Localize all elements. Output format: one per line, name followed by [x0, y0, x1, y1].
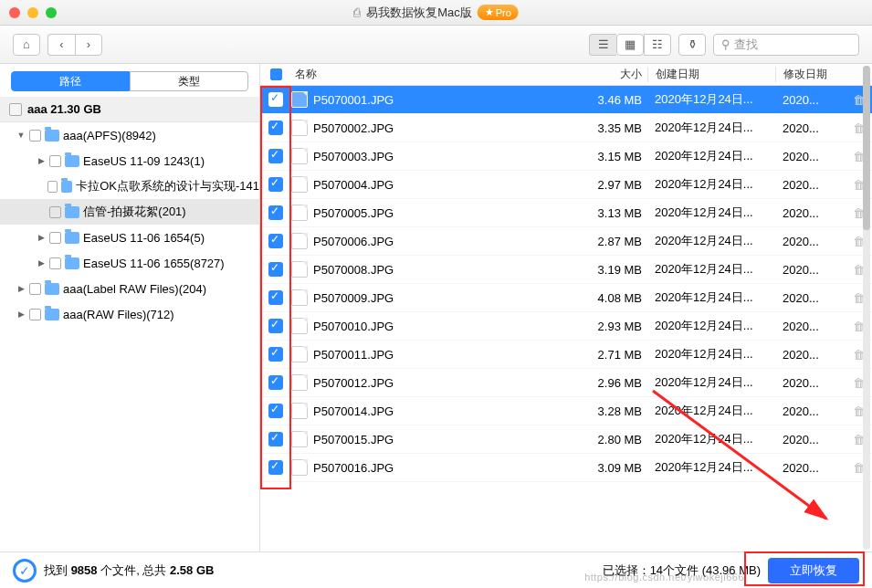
tree-item[interactable]: ▼ aaa(APFS)(8942): [0, 122, 259, 148]
toolbar: ⌂ ‹ › ☰ ▦ ☷ ⚱ ⚲ 查找: [0, 26, 872, 64]
file-icon: [291, 459, 308, 476]
file-checkbox[interactable]: [268, 290, 283, 305]
file-size: 3.09 MB: [579, 461, 647, 475]
tree-checkbox[interactable]: [49, 155, 61, 167]
header-created[interactable]: 创建日期: [647, 67, 775, 82]
file-row[interactable]: P5070006.JPG 2.87 MB 2020年12月24日... 2020…: [260, 227, 872, 256]
recover-button[interactable]: 立即恢复: [768, 558, 859, 583]
file-icon: [291, 431, 308, 447]
disclosure-icon[interactable]: ▶: [16, 284, 26, 293]
tree-checkbox[interactable]: [29, 283, 41, 295]
folder-icon: [65, 155, 79, 167]
file-icon: [291, 261, 308, 278]
tree-item[interactable]: 卡拉OK点歌系统的设计与实现-141: [0, 173, 259, 199]
file-row[interactable]: P5070009.JPG 4.08 MB 2020年12月24日... 2020…: [260, 284, 872, 312]
tree-item[interactable]: ▶ EaseUS 11-06 1654(5): [0, 225, 259, 250]
file-created: 2020年12月24日...: [647, 205, 775, 221]
file-checkbox[interactable]: [268, 432, 283, 446]
scrollbar-thumb[interactable]: [863, 66, 870, 230]
file-checkbox[interactable]: [268, 177, 283, 192]
sidebar: 路径 类型 aaa 21.30 GB ▼ aaa(APFS)(8942)▶ Ea…: [0, 64, 260, 551]
home-button[interactable]: ⌂: [13, 34, 40, 56]
tab-path[interactable]: 路径: [11, 71, 130, 91]
file-checkbox[interactable]: [268, 319, 283, 333]
tree-checkbox[interactable]: [47, 181, 58, 193]
file-checkbox[interactable]: [268, 404, 283, 418]
file-checkbox[interactable]: [268, 347, 283, 362]
watermark: https://blog.csdn.net/yiwokeji666: [584, 572, 744, 583]
file-row[interactable]: P5070003.JPG 3.15 MB 2020年12月24日... 2020…: [260, 142, 872, 171]
tree-item[interactable]: ▶ EaseUS 11-09 1243(1): [0, 148, 259, 173]
disclosure-icon[interactable]: ▶: [37, 156, 46, 165]
tree-item[interactable]: ▶ aaa(Label RAW Files)(204): [0, 276, 259, 301]
list-view-button[interactable]: ☰: [589, 34, 616, 56]
file-checkbox[interactable]: [268, 121, 283, 135]
tree-checkbox[interactable]: [29, 130, 41, 142]
file-modified: 2020...: [775, 235, 845, 248]
header-checkbox[interactable]: [260, 68, 291, 80]
header-name[interactable]: 名称: [291, 67, 579, 82]
folder-tree: ▼ aaa(APFS)(8942)▶ EaseUS 11-09 1243(1) …: [0, 122, 259, 327]
window-title: ⎙ 易我数据恢复Mac版 ★ Pro: [353, 5, 519, 21]
file-modified: 2020...: [775, 376, 845, 390]
file-checkbox[interactable]: [268, 375, 283, 390]
header-modified[interactable]: 修改日期: [775, 67, 845, 82]
file-modified: 2020...: [775, 320, 845, 333]
column-view-button[interactable]: ☷: [644, 34, 671, 56]
tab-type[interactable]: 类型: [130, 71, 248, 91]
maximize-button[interactable]: [46, 7, 57, 18]
file-row[interactable]: P5070004.JPG 2.97 MB 2020年12月24日... 2020…: [260, 171, 872, 199]
file-checkbox[interactable]: [268, 205, 283, 220]
file-row[interactable]: P5070001.JPG 3.46 MB 2020年12月24日... 2020…: [260, 86, 872, 114]
search-input[interactable]: ⚲ 查找: [713, 34, 859, 56]
file-size: 2.96 MB: [579, 376, 647, 390]
file-list[interactable]: P5070001.JPG 3.46 MB 2020年12月24日... 2020…: [260, 86, 872, 551]
minimize-button[interactable]: [27, 7, 38, 18]
disclosure-icon[interactable]: ▶: [37, 258, 46, 268]
tree-checkbox[interactable]: [29, 309, 41, 320]
forward-button[interactable]: ›: [75, 34, 102, 56]
tree-item[interactable]: ▶ aaa(RAW Files)(712): [0, 301, 259, 327]
filter-button[interactable]: ⚱: [678, 34, 706, 56]
disclosure-icon[interactable]: ▶: [37, 233, 46, 242]
file-checkbox[interactable]: [268, 262, 283, 277]
file-row[interactable]: P5070010.JPG 2.93 MB 2020年12月24日... 2020…: [260, 312, 872, 341]
tree-item[interactable]: ▶ EaseUS 11-06 1655(8727): [0, 250, 259, 276]
file-row[interactable]: P5070008.JPG 3.19 MB 2020年12月24日... 2020…: [260, 256, 872, 284]
folder-icon: [65, 232, 79, 244]
file-checkbox[interactable]: [268, 92, 283, 107]
back-button[interactable]: ‹: [47, 34, 75, 56]
file-checkbox[interactable]: [268, 149, 283, 163]
grid-view-button[interactable]: ▦: [616, 34, 644, 56]
tree-checkbox[interactable]: [49, 257, 61, 269]
file-name: P5070011.JPG: [313, 348, 394, 362]
disclosure-icon[interactable]: ▶: [16, 310, 26, 319]
tree-checkbox[interactable]: [49, 232, 61, 244]
file-row[interactable]: P5070014.JPG 3.28 MB 2020年12月24日... 2020…: [260, 397, 872, 425]
file-size: 3.19 MB: [579, 263, 647, 277]
file-row[interactable]: P5070012.JPG 2.96 MB 2020年12月24日... 2020…: [260, 369, 872, 397]
file-icon: [291, 346, 308, 362]
file-checkbox[interactable]: [268, 234, 283, 248]
file-row[interactable]: P5070016.JPG 3.09 MB 2020年12月24日... 2020…: [260, 454, 872, 482]
file-checkbox[interactable]: [268, 460, 283, 475]
tree-item[interactable]: 信管-拍摄花絮(201): [0, 199, 259, 225]
close-button[interactable]: [9, 7, 20, 18]
view-group: ☰ ▦ ☷: [589, 34, 671, 56]
tree-label: aaa(Label RAW Files)(204): [63, 282, 206, 296]
file-created: 2020年12月24日...: [647, 459, 775, 476]
file-size: 2.87 MB: [579, 235, 647, 248]
header-size[interactable]: 大小: [579, 67, 647, 82]
scrollbar[interactable]: [863, 66, 870, 550]
file-row[interactable]: P5070011.JPG 2.71 MB 2020年12月24日... 2020…: [260, 341, 872, 369]
tree-checkbox[interactable]: [49, 206, 61, 218]
drive-header[interactable]: aaa 21.30 GB: [0, 97, 259, 122]
file-row[interactable]: P5070005.JPG 3.13 MB 2020年12月24日... 2020…: [260, 199, 872, 227]
disclosure-icon[interactable]: ▼: [16, 131, 26, 140]
file-size: 2.93 MB: [579, 320, 647, 333]
file-row[interactable]: P5070015.JPG 2.80 MB 2020年12月24日... 2020…: [260, 425, 872, 454]
file-name: P5070003.JPG: [313, 150, 394, 163]
file-row[interactable]: P5070002.JPG 3.35 MB 2020年12月24日... 2020…: [260, 114, 872, 142]
folder-icon: [61, 181, 73, 193]
file-modified: 2020...: [775, 461, 845, 475]
